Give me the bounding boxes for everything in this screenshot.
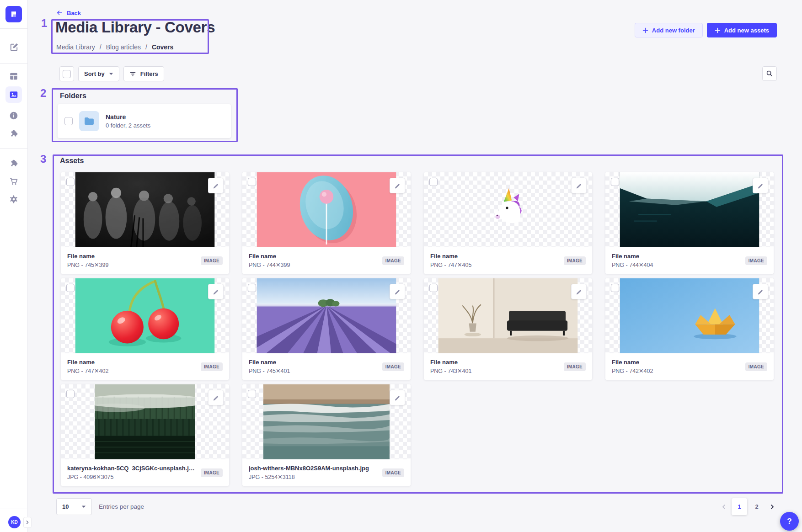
plus-icon xyxy=(715,27,721,33)
asset-type-badge: IMAGE xyxy=(745,362,767,371)
asset-card[interactable]: File name PNG - 747✕405 IMAGE xyxy=(424,172,592,274)
asset-checkbox[interactable] xyxy=(248,284,256,292)
asset-card[interactable]: File name PNG - 744✕399 IMAGE xyxy=(242,172,411,274)
pencil-icon xyxy=(213,182,219,189)
header-actions: Add new folder Add new assets xyxy=(635,23,777,37)
edit-asset-button[interactable] xyxy=(390,284,405,299)
pencil-icon xyxy=(213,288,219,295)
sidebar-item-content-type-builder[interactable] xyxy=(5,68,22,85)
breadcrumb-media-library[interactable]: Media Library xyxy=(56,43,95,51)
sort-by-button[interactable]: Sort by xyxy=(78,66,119,81)
edit-asset-button[interactable] xyxy=(390,178,405,193)
edit-asset-button[interactable] xyxy=(571,284,587,299)
asset-checkbox[interactable] xyxy=(248,390,256,398)
asset-info: File name PNG - 745✕399 IMAGE xyxy=(61,247,229,274)
sidebar-expand-button[interactable] xyxy=(23,517,32,528)
edit-asset-button[interactable] xyxy=(753,178,768,193)
asset-card[interactable]: File name PNG - 745✕401 IMAGE xyxy=(242,278,411,380)
asset-thumbnail xyxy=(605,278,774,353)
pencil-icon xyxy=(757,182,764,189)
toolbar: Sort by Filters xyxy=(59,66,164,81)
edit-asset-button[interactable] xyxy=(753,284,768,299)
folder-card-nature[interactable]: Nature 0 folder, 2 assets xyxy=(58,104,231,138)
asset-name: File name xyxy=(249,253,290,260)
asset-meta: PNG - 744✕399 xyxy=(249,261,290,268)
asset-checkbox[interactable] xyxy=(66,284,75,292)
asset-card[interactable]: File name PNG - 743✕401 IMAGE xyxy=(424,278,592,380)
page-button-1[interactable]: 1 xyxy=(732,498,747,515)
back-link[interactable]: Back xyxy=(56,9,81,16)
sidebar-item-media-library[interactable] xyxy=(5,86,22,103)
sidebar-item-purchase[interactable] xyxy=(5,173,22,190)
asset-checkbox[interactable] xyxy=(611,178,619,186)
help-button[interactable]: ? xyxy=(780,512,799,531)
sidebar-item-documentation[interactable] xyxy=(5,107,22,124)
select-all-checkbox[interactable] xyxy=(63,70,71,78)
asset-checkbox[interactable] xyxy=(611,284,619,292)
search-button[interactable] xyxy=(762,66,777,81)
asset-meta: PNG - 743✕401 xyxy=(430,367,471,374)
edit-asset-button[interactable] xyxy=(208,390,224,405)
asset-card[interactable]: File name PNG - 745✕399 IMAGE xyxy=(61,172,229,274)
previous-page-button[interactable] xyxy=(718,501,730,513)
sidebar xyxy=(0,0,28,532)
entries-per-page-select[interactable]: 10 xyxy=(56,498,92,515)
folder-tile xyxy=(79,111,99,131)
asset-name: File name xyxy=(249,359,290,366)
asset-name: File name xyxy=(612,253,653,260)
sidebar-item-content-manager[interactable] xyxy=(5,39,22,55)
sidebar-item-plugins[interactable] xyxy=(5,126,22,142)
asset-image-paper-boat xyxy=(620,278,759,353)
folder-checkbox[interactable] xyxy=(64,117,73,125)
pagination-left: 10 Entries per page xyxy=(56,498,144,515)
asset-thumbnail xyxy=(605,172,774,247)
asset-checkbox[interactable] xyxy=(66,178,75,186)
asset-image-cherries xyxy=(75,278,215,353)
sidebar-item-marketplace[interactable] xyxy=(5,155,22,172)
puzzle-icon xyxy=(9,129,19,139)
asset-type-badge: IMAGE xyxy=(382,256,404,265)
page-title: Media Library - Covers xyxy=(55,19,215,36)
entries-per-page-label: Entries per page xyxy=(99,503,144,510)
asset-card[interactable]: File name PNG - 744✕404 IMAGE xyxy=(605,172,774,274)
asset-thumbnail xyxy=(242,278,411,353)
next-page-button[interactable] xyxy=(766,501,778,513)
filters-button[interactable]: Filters xyxy=(123,66,164,81)
user-avatar[interactable]: KD xyxy=(8,516,21,528)
asset-checkbox[interactable] xyxy=(66,390,75,398)
folder-text: Nature 0 folder, 2 assets xyxy=(106,113,150,129)
strapi-logo-icon xyxy=(9,10,18,19)
edit-asset-button[interactable] xyxy=(208,178,224,193)
asset-card[interactable]: File name PNG - 742✕402 IMAGE xyxy=(605,278,774,380)
asset-card[interactable]: josh-withers-MBNx8O2S9AM-unsplash.jpg JP… xyxy=(242,384,411,486)
asset-info: File name PNG - 742✕402 IMAGE xyxy=(605,353,774,380)
filter-icon xyxy=(129,71,136,77)
page-button-2[interactable]: 2 xyxy=(749,498,765,515)
asset-thumbnail xyxy=(424,278,592,353)
add-new-folder-button[interactable]: Add new folder xyxy=(635,23,703,37)
asset-meta: PNG - 745✕401 xyxy=(249,367,290,374)
asset-card[interactable]: kateryna-kokhan-5CQ_3CjSGKc-unsplash.jpg… xyxy=(61,384,229,486)
chevron-left-icon xyxy=(721,504,727,510)
sidebar-item-settings[interactable] xyxy=(5,191,22,207)
asset-card[interactable]: File name PNG - 747✕402 IMAGE xyxy=(61,278,229,380)
asset-thumbnail xyxy=(242,384,411,459)
back-label: Back xyxy=(67,10,81,16)
edit-asset-button[interactable] xyxy=(208,284,224,299)
asset-image-beach-aerial xyxy=(263,384,390,459)
asset-checkbox[interactable] xyxy=(248,178,256,186)
strapi-logo[interactable] xyxy=(5,6,22,22)
add-new-assets-button[interactable]: Add new assets xyxy=(707,23,777,37)
edit-asset-button[interactable] xyxy=(571,178,587,193)
sidebar-footer-divider xyxy=(0,509,27,509)
edit-asset-button[interactable] xyxy=(390,390,405,405)
asset-type-badge: IMAGE xyxy=(382,468,404,477)
asset-meta: JPG - 4096✕3075 xyxy=(67,473,195,480)
asset-meta: PNG - 742✕402 xyxy=(612,367,653,374)
asset-image-band-concert-bw xyxy=(75,172,215,247)
breadcrumb-blog-articles[interactable]: Blog articles xyxy=(106,43,141,51)
asset-checkbox[interactable] xyxy=(429,284,438,292)
breadcrumb-separator: / xyxy=(145,43,147,51)
info-icon xyxy=(9,111,19,121)
asset-checkbox[interactable] xyxy=(429,178,438,186)
